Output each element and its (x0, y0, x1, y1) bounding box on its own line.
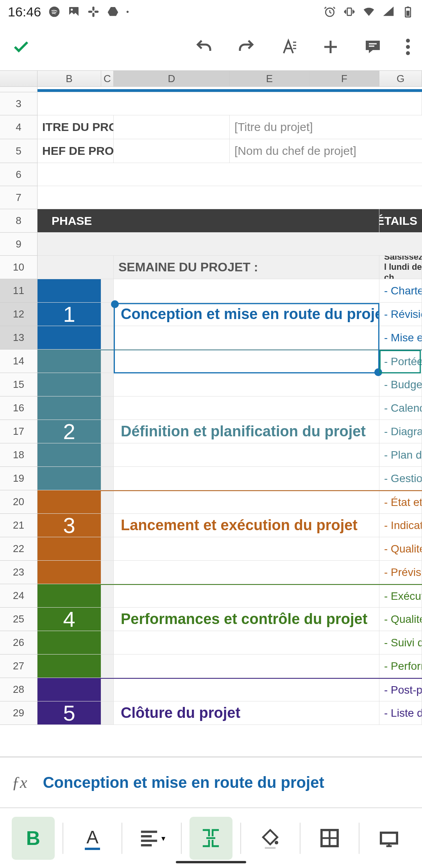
svg-rect-5 (88, 11, 93, 13)
formula-text[interactable]: Conception et mise en route du projet (43, 774, 324, 791)
row-headers: 3 4 5 6 7 8 9 10 11 12 13 14 15 16 17 18… (0, 87, 38, 725)
grid[interactable]: ITRE DU PROJET [Titre du projet] HEF DE … (38, 87, 422, 725)
comment-icon[interactable] (363, 38, 382, 56)
more-icon[interactable] (406, 38, 410, 56)
battery-icon (402, 5, 414, 18)
fill-color-button[interactable] (249, 817, 292, 860)
formula-bar[interactable]: ƒx Conception et mise en route du projet (0, 757, 422, 807)
svg-point-12 (406, 39, 410, 43)
spotify-icon (48, 5, 61, 18)
svg-rect-18 (381, 833, 397, 844)
confirm-icon[interactable] (12, 38, 30, 56)
svg-point-15 (275, 841, 278, 844)
svg-point-13 (406, 45, 410, 49)
undo-icon[interactable] (195, 38, 213, 56)
dot-icon: • (126, 7, 129, 16)
merge-button[interactable] (190, 817, 232, 860)
bold-button[interactable]: B (12, 817, 55, 860)
photos-icon (68, 5, 80, 18)
svg-point-2 (71, 9, 73, 11)
svg-rect-4 (92, 13, 94, 17)
svg-rect-3 (92, 7, 94, 11)
column-headers: B C D E F G (0, 70, 422, 87)
svg-rect-16 (265, 847, 276, 849)
status-bar: 16:46 • (0, 0, 422, 23)
text-color-button[interactable]: A (71, 817, 114, 860)
format-bar: B A ▾ (0, 807, 422, 868)
fx-icon: ƒx (12, 773, 27, 792)
wifi-icon (363, 5, 375, 18)
text-format-icon[interactable] (279, 38, 298, 56)
svg-point-14 (406, 51, 410, 55)
svg-rect-6 (95, 11, 99, 13)
borders-button[interactable] (308, 817, 351, 860)
home-indicator[interactable] (176, 861, 246, 863)
slack-icon (87, 5, 100, 18)
spreadsheet[interactable]: B C D E F G 3 4 5 6 7 8 9 10 11 12 13 14… (0, 70, 422, 727)
svg-rect-10 (407, 7, 409, 8)
clock: 16:46 (8, 4, 41, 20)
app-toolbar (0, 23, 422, 70)
more-format-button[interactable] (367, 817, 410, 860)
alarm-icon (324, 5, 336, 18)
signal-icon (382, 5, 395, 18)
svg-rect-11 (406, 11, 409, 16)
redo-icon[interactable] (237, 38, 256, 56)
svg-rect-8 (347, 8, 352, 16)
plus-icon[interactable] (321, 38, 340, 56)
drive-icon (107, 5, 119, 18)
vibrate-icon (343, 5, 356, 18)
corner-cell[interactable] (0, 71, 38, 86)
align-button[interactable]: ▾ (130, 817, 173, 860)
